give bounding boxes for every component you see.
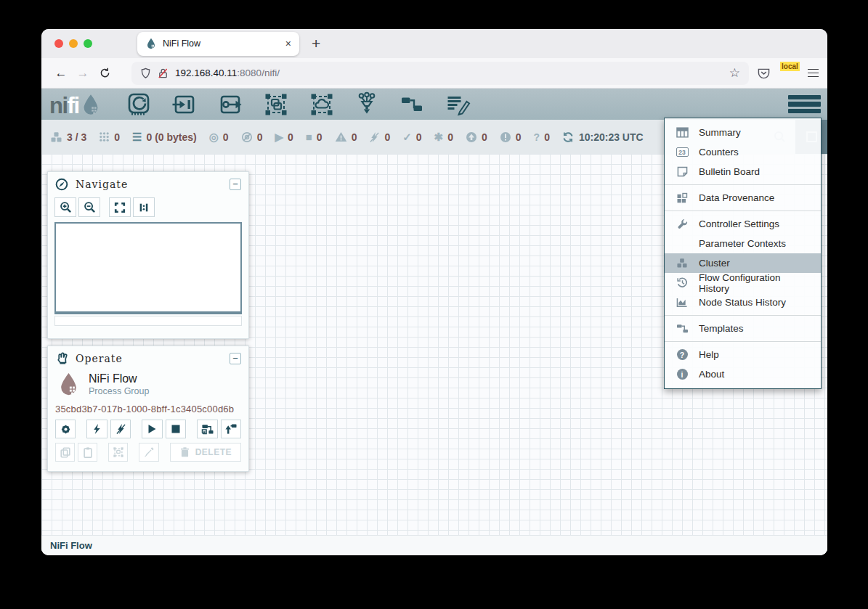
forward-icon[interactable]: → <box>72 62 94 84</box>
menu-item-flow-configuration-history[interactable]: Flow Configuration History <box>665 273 821 293</box>
process-group-component-icon[interactable] <box>262 91 290 118</box>
create-template-button[interactable] <box>197 420 217 438</box>
nifi-logo-fi: fi <box>68 96 79 116</box>
nifi-logo-drop-icon <box>80 93 102 116</box>
exclamation-circle-icon <box>500 131 511 143</box>
menu-item-templates[interactable]: Templates <box>665 319 821 338</box>
menu-item-data-provenance[interactable]: Data Provenance <box>665 188 821 208</box>
insecure-lock-icon[interactable] <box>158 68 169 79</box>
change-color-button[interactable] <box>139 443 158 462</box>
stop-button[interactable] <box>166 420 186 438</box>
operate-collapse-button[interactable]: − <box>230 353 241 364</box>
nifi-logo: nifi <box>49 93 102 116</box>
group-button[interactable] <box>108 443 128 462</box>
zoom-fit-button[interactable] <box>109 197 131 217</box>
url-bar[interactable]: 192.168.40.11:8080/nifi/ ☆ <box>131 62 749 85</box>
configure-button[interactable] <box>55 420 76 438</box>
menu-item-about[interactable]: i About <box>665 364 821 384</box>
pocket-icon[interactable] <box>758 68 770 79</box>
url-text[interactable]: 192.168.40.11:8080/nifi/ <box>175 68 723 78</box>
funnel-component-icon[interactable] <box>354 91 380 118</box>
minimize-window-button[interactable] <box>69 39 78 48</box>
remote-process-group-component-icon[interactable] <box>308 91 336 118</box>
browser-window: NiFi Flow × + ← → <box>41 29 827 555</box>
templates-icon <box>675 323 689 334</box>
stat-disabled: 0 <box>369 131 390 143</box>
output-port-component-icon[interactable] <box>216 91 244 118</box>
disable-button[interactable] <box>110 420 131 438</box>
chart-icon <box>675 297 689 308</box>
tab-strip: NiFi Flow × + <box>41 29 827 58</box>
url-host: 192.168.40.11 <box>175 68 237 78</box>
delete-button[interactable]: DELETE <box>170 443 241 462</box>
navigate-header[interactable]: Navigate − <box>48 172 248 195</box>
new-tab-button[interactable]: + <box>312 35 320 52</box>
stat-not-transmitting: 0 <box>241 131 263 143</box>
start-button[interactable] <box>142 420 162 438</box>
counters-icon: 23 <box>675 147 689 157</box>
menu-item-cluster[interactable]: Cluster <box>665 253 821 273</box>
selected-component-name: NiFi Flow <box>89 372 149 385</box>
about-info-circle-icon: i <box>675 369 689 380</box>
menu-item-summary[interactable]: Summary <box>665 123 821 142</box>
processor-component-icon[interactable] <box>125 91 153 118</box>
menu-item-parameter-contexts[interactable]: Parameter Contexts <box>665 234 821 253</box>
menu-item-controller-settings[interactable]: Controller Settings <box>665 214 821 234</box>
provenance-icon <box>675 192 689 204</box>
tab-title: NiFi Flow <box>163 38 280 49</box>
copy-button[interactable] <box>55 443 75 462</box>
breadcrumb-root[interactable]: NiFi Flow <box>50 540 92 551</box>
menu-item-node-status-history[interactable]: Node Status History <box>665 293 821 312</box>
zoom-in-button[interactable] <box>54 197 76 217</box>
clock-text: 10:20:23 UTC <box>579 131 644 143</box>
paste-button[interactable] <box>78 443 97 462</box>
menu-item-bulletin-board[interactable]: Bulletin Board <box>665 162 821 181</box>
transmitting-icon: ◎ <box>209 131 219 142</box>
menu-separator <box>665 211 821 211</box>
selected-component-id: 35cbd3b7-017b-1000-8bff-1c3405c00d6b <box>48 397 248 420</box>
back-icon[interactable]: ← <box>50 62 72 84</box>
menu-item-counters[interactable]: 23 Counters <box>665 142 821 162</box>
menu-item-help[interactable]: ? Help <box>665 345 821 364</box>
enable-button[interactable] <box>86 420 107 438</box>
birdseye-view[interactable] <box>54 222 242 314</box>
browser-tab[interactable]: NiFi Flow × <box>137 32 299 56</box>
profile-badge: local <box>780 62 800 71</box>
bookmark-star-icon[interactable]: ☆ <box>729 65 740 81</box>
history-icon <box>675 277 689 288</box>
global-menu: Summary 23 Counters Bulletin Board Data … <box>664 118 822 389</box>
shield-icon[interactable] <box>140 68 151 79</box>
label-component-icon[interactable] <box>444 91 471 118</box>
stat-running: ▶ 0 <box>275 131 293 143</box>
cluster-icon <box>50 131 62 143</box>
maximize-window-button[interactable] <box>84 39 92 48</box>
profile-avatar[interactable]: local <box>780 65 798 82</box>
help-question-circle-icon: ? <box>675 349 689 360</box>
tab-close-icon[interactable]: × <box>285 38 291 49</box>
close-window-button[interactable] <box>54 39 63 48</box>
selected-component-type: Process Group <box>89 386 149 396</box>
threads-icon <box>99 131 110 142</box>
not-transmitting-icon <box>241 131 253 143</box>
running-play-icon: ▶ <box>275 131 283 142</box>
upload-template-button[interactable] <box>221 420 241 438</box>
global-menu-button[interactable] <box>788 95 821 114</box>
input-port-component-icon[interactable] <box>171 91 198 118</box>
reload-icon[interactable] <box>94 62 115 84</box>
birdseye-resize-handle[interactable] <box>54 316 242 326</box>
menu-separator <box>665 341 821 342</box>
zoom-out-button[interactable] <box>78 197 100 217</box>
stat-stale: 0 <box>466 131 487 143</box>
window-controls <box>54 39 92 48</box>
stale-up-arrow-icon <box>466 131 477 143</box>
browser-menu-icon[interactable] <box>808 69 819 78</box>
stopped-square-icon: ■ <box>306 131 312 142</box>
navigate-collapse-button[interactable]: − <box>230 179 241 190</box>
operate-header[interactable]: Operate − <box>48 346 248 369</box>
refresh-icon[interactable] <box>562 131 574 143</box>
zoom-actual-size-button[interactable] <box>133 197 155 217</box>
stat-connected-nodes: 3 / 3 <box>50 131 86 143</box>
operate-palette: Operate − NiFi Flow Process Group 35cbd3… <box>47 346 249 472</box>
template-component-icon[interactable] <box>398 91 426 118</box>
last-refreshed: 10:20:23 UTC <box>562 131 644 143</box>
